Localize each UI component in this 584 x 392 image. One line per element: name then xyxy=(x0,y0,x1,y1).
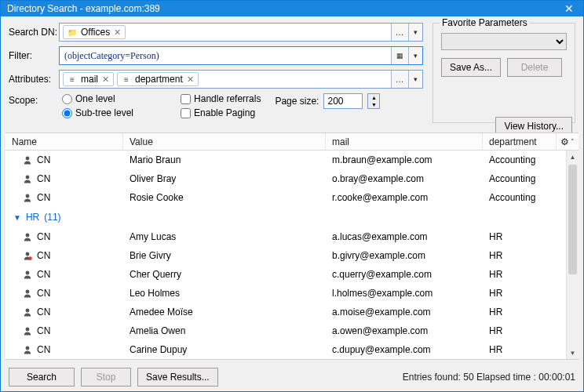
page-size-label: Page size: xyxy=(275,96,319,107)
spin-up-icon[interactable]: ▲ xyxy=(368,94,379,101)
table-row[interactable]: CNAmy Lucasa.lucas@example.comHR xyxy=(5,227,579,246)
gear-icon[interactable]: ⚙ xyxy=(560,136,569,147)
svg-point-10 xyxy=(26,347,30,350)
scope-one-level[interactable]: One level xyxy=(62,93,133,104)
svg-point-1 xyxy=(26,176,30,180)
cell-name: CN xyxy=(37,269,50,280)
scope-label: Scope: xyxy=(9,93,59,106)
cell-department: Accounting xyxy=(483,173,579,184)
tag-remove-icon[interactable]: ✕ xyxy=(114,27,121,38)
cell-value: Brie Givry xyxy=(123,250,326,261)
person-icon xyxy=(23,307,32,317)
cell-value: Oliver Bray xyxy=(123,173,326,184)
cell-name: CN xyxy=(37,344,50,355)
search-dn-field[interactable]: 📁 Offices ✕ … ▾ xyxy=(59,23,423,42)
column-header-mail[interactable]: mail xyxy=(326,133,483,150)
cell-mail: c.dupuy@example.com xyxy=(326,344,483,355)
stop-button[interactable]: Stop xyxy=(81,368,131,387)
attribute-tag-mail-text: mail xyxy=(81,74,98,85)
scope-sub-tree[interactable]: Sub-tree level xyxy=(62,107,133,118)
vertical-scrollbar[interactable]: ▲ ▼ xyxy=(566,151,579,359)
attributes-field[interactable]: ≡ mail ✕ ≡ department ✕ … ▾ xyxy=(59,70,423,89)
attributes-label: Attributes: xyxy=(9,74,59,85)
search-dn-dropdown-icon[interactable]: ▾ xyxy=(408,24,422,41)
table-row[interactable]: CNMario Braunm.braun@example.comAccounti… xyxy=(5,151,579,169)
svg-point-3 xyxy=(26,234,30,238)
filter-field[interactable]: (objectCategory=Person) ▦ ▾ xyxy=(59,46,423,65)
search-dn-tag[interactable]: 📁 Offices ✕ xyxy=(63,25,126,39)
filter-builder-button[interactable]: ▦ xyxy=(391,47,408,64)
cell-name: CN xyxy=(37,250,50,261)
tag-remove-icon[interactable]: ✕ xyxy=(187,74,194,85)
cell-mail: r.cooke@example.com xyxy=(326,192,483,203)
cell-department: HR xyxy=(483,269,579,280)
close-icon[interactable]: ✕ xyxy=(561,2,577,15)
delete-button[interactable]: Delete xyxy=(507,58,562,77)
column-header-name[interactable]: Name xyxy=(5,133,123,150)
cell-value: Cher Querry xyxy=(123,269,326,280)
cell-department: Accounting xyxy=(483,192,579,203)
cell-mail: o.bray@example.com xyxy=(326,173,483,184)
table-row[interactable]: CNRosie Cooker.cooke@example.comAccounti… xyxy=(5,188,579,207)
attribute-icon: ≡ xyxy=(68,75,77,84)
table-row[interactable]: CNCarine Dupuyc.dupuy@example.comHR xyxy=(5,340,579,359)
attribute-tag-department[interactable]: ≡ department ✕ xyxy=(117,72,199,86)
svg-point-7 xyxy=(26,290,30,294)
results-table: Name Value mail department ⚙ ˄ CNMario B… xyxy=(5,132,579,360)
scrollbar-thumb[interactable] xyxy=(568,165,577,274)
table-row[interactable]: CNOliver Brayo.bray@example.comAccountin… xyxy=(5,169,579,188)
cell-department: HR xyxy=(483,250,579,261)
chevron-down-icon: ▼ xyxy=(13,213,21,222)
cell-department: HR xyxy=(483,325,579,336)
page-size-input[interactable] xyxy=(323,93,363,109)
table-row[interactable]: CNAmelia Owena.owen@example.comHR xyxy=(5,321,579,340)
attribute-tag-department-text: department xyxy=(135,74,183,85)
person-icon xyxy=(23,345,32,354)
cell-department: HR xyxy=(483,231,579,242)
cell-value: Carine Dupuy xyxy=(123,344,326,355)
svg-point-2 xyxy=(26,194,30,198)
attribute-tag-mail[interactable]: ≡ mail ✕ xyxy=(63,72,114,86)
tag-remove-icon[interactable]: ✕ xyxy=(102,74,109,85)
chevron-up-icon[interactable]: ˄ xyxy=(571,138,575,146)
search-dn-browse-button[interactable]: … xyxy=(391,24,408,41)
cell-mail: a.lucas@example.com xyxy=(326,231,483,242)
save-results-button[interactable]: Save Results... xyxy=(137,368,218,387)
search-button[interactable]: Search xyxy=(9,368,75,387)
person-icon xyxy=(23,193,32,202)
cell-mail: c.querry@example.com xyxy=(326,269,483,280)
table-row[interactable]: CNLeo Holmesl.holmes@example.comHR xyxy=(5,284,579,303)
cell-value: Leo Holmes xyxy=(123,288,326,299)
cell-mail: b.givry@example.com xyxy=(326,250,483,261)
person-icon xyxy=(23,232,32,241)
scroll-down-icon[interactable]: ▼ xyxy=(567,347,579,359)
table-row[interactable]: CNBrie Givryb.givry@example.comHR xyxy=(5,246,579,265)
spin-down-icon[interactable]: ▼ xyxy=(368,101,379,108)
cell-name: CN xyxy=(37,173,50,184)
svg-point-4 xyxy=(26,252,30,256)
cell-department: HR xyxy=(483,288,579,299)
scope-sub-tree-text: Sub-tree level xyxy=(75,107,133,118)
table-row[interactable]: CNAmedee Moïsea.moise@example.comHR xyxy=(5,303,579,321)
attributes-dropdown-icon[interactable]: ▾ xyxy=(408,71,422,88)
cell-name: CN xyxy=(37,154,50,165)
svg-point-8 xyxy=(26,309,30,313)
scroll-up-icon[interactable]: ▲ xyxy=(567,151,579,163)
filter-dropdown-icon[interactable]: ▾ xyxy=(408,47,422,64)
save-as-button[interactable]: Save As... xyxy=(441,58,501,77)
handle-referrals-checkbox[interactable]: Handle referrals xyxy=(181,93,261,104)
cell-department: HR xyxy=(483,344,579,355)
cell-name: CN xyxy=(37,288,50,299)
column-header-department[interactable]: department xyxy=(483,133,557,150)
person-icon xyxy=(23,270,32,279)
cell-mail: a.moise@example.com xyxy=(326,307,483,318)
table-row[interactable]: CNCher Querryc.querry@example.comHR xyxy=(5,265,579,284)
column-header-value[interactable]: Value xyxy=(123,133,326,150)
search-dn-label: Search DN: xyxy=(9,27,59,38)
attributes-browse-button[interactable]: … xyxy=(391,71,408,88)
favorite-select[interactable] xyxy=(441,33,567,50)
enable-paging-checkbox[interactable]: Enable Paging xyxy=(181,107,261,118)
page-size-spinner[interactable]: ▲▼ xyxy=(367,93,380,109)
scope-one-level-text: One level xyxy=(75,93,115,104)
group-header-hr[interactable]: ▼ HR (11) xyxy=(5,207,579,227)
